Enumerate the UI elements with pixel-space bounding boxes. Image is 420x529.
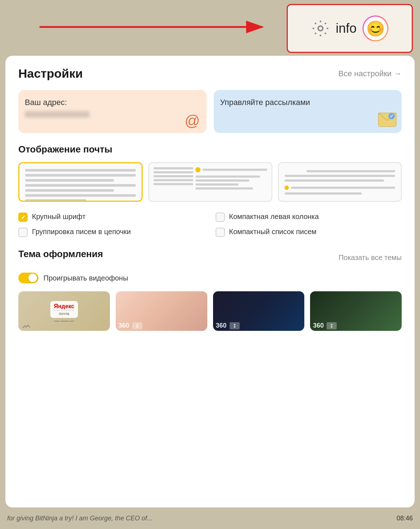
checkbox-compact-left[interactable]: Компактная левая колонка — [216, 212, 402, 222]
checkbox-label-2: Группировка писем в цепочки — [32, 227, 131, 237]
checkbox-label-4: Компактный список писем — [229, 227, 317, 237]
address-card[interactable]: Ваш адрес: @ — [18, 90, 207, 133]
mail-icon: ✓ — [378, 113, 397, 130]
layout-line — [153, 175, 193, 177]
video-toggle-row: Проигрывать видеофоны — [18, 273, 402, 283]
layout-line — [25, 199, 86, 202]
checkbox-large-font[interactable]: ✓ Крупный шрифт — [18, 212, 205, 222]
theme-badge-3: 360 — [213, 320, 305, 331]
checkbox-box-2[interactable] — [18, 228, 28, 237]
info-label: info — [336, 21, 356, 36]
layout-line — [153, 183, 193, 185]
show-all-themes-link[interactable]: Показать все темы — [338, 254, 402, 262]
accent-dot — [285, 186, 289, 190]
all-settings-link[interactable]: Все настройки → — [338, 69, 402, 78]
panel-title: Настройки — [18, 67, 83, 81]
toggle-knob — [28, 274, 37, 282]
themes-row: Яндекс почта 360 — [18, 291, 402, 331]
layout-line — [291, 187, 395, 189]
layout-option-3[interactable] — [278, 162, 402, 202]
bottom-text: for giving BitNinja a try! I am George, … — [7, 515, 152, 522]
layout-line — [203, 169, 267, 171]
theme-section-title: Тема оформления — [18, 248, 103, 260]
layout-line — [153, 171, 193, 173]
theme-badge-2: 360 — [116, 320, 207, 331]
checkbox-compact-list[interactable]: Компактный список писем — [216, 227, 402, 237]
address-card-title: Ваш адрес: — [25, 97, 200, 108]
theme-header: Тема оформления Показать все темы — [18, 248, 402, 267]
red-arrow — [36, 20, 273, 34]
checkbox-label-1: Крупный шрифт — [32, 212, 86, 222]
yandex-logo-sub: почта — [54, 310, 74, 316]
display-section-title: Отображение почты — [18, 144, 402, 155]
avatar[interactable]: 😊 — [363, 15, 388, 41]
layout-line — [25, 179, 114, 182]
theme-360-dark[interactable]: 360 — [213, 291, 305, 331]
accent-dot — [195, 167, 200, 172]
mailing-card[interactable]: Управляйте рассылками ✓ — [214, 90, 402, 133]
film-icon — [132, 322, 142, 329]
layout-line — [153, 167, 193, 169]
layout-line — [195, 175, 260, 178]
layout-line — [25, 169, 136, 172]
cards-row: Ваш адрес: @ Управляйте рассылками ✓ — [18, 90, 402, 133]
svg-text:✓: ✓ — [389, 113, 394, 119]
layout-line — [306, 170, 395, 172]
layout-line — [153, 179, 193, 181]
svg-point-2 — [318, 26, 323, 31]
top-bar: info 😊 — [0, 0, 420, 58]
address-blur — [25, 111, 89, 118]
bottom-bar: for giving BitNinja a try! I am George, … — [0, 507, 420, 529]
video-toggle-label: Проигрывать видеофоны — [43, 274, 128, 282]
theme-360-pink[interactable]: 360 — [116, 291, 207, 331]
mailing-card-title: Управляйте рассылками — [220, 97, 396, 108]
layout-line — [285, 175, 395, 177]
checkbox-label-3: Компактная левая колонка — [229, 212, 319, 222]
layout-line — [25, 189, 114, 192]
layout-line — [195, 183, 239, 186]
film-icon — [230, 322, 240, 329]
gear-icon[interactable] — [311, 19, 330, 38]
layout-line — [285, 179, 384, 182]
layout-line — [25, 194, 136, 197]
film-icon — [327, 322, 337, 329]
check-mark: ✓ — [21, 214, 26, 221]
layout-line — [195, 179, 249, 182]
layout-line — [25, 174, 136, 177]
layout-option-2[interactable] — [148, 162, 272, 202]
layout-line — [195, 187, 253, 190]
video-toggle[interactable] — [18, 273, 38, 283]
theme-360-green[interactable]: 360 — [310, 291, 402, 331]
at-icon: @ — [185, 112, 200, 129]
layout-line — [285, 192, 362, 195]
info-box[interactable]: info 😊 — [287, 4, 413, 53]
checkbox-box-1[interactable]: ✓ — [18, 213, 28, 222]
yandex-logo-text: Яндекс — [54, 303, 74, 310]
theme-badge-4: 360 — [310, 320, 402, 331]
settings-panel: Настройки Все настройки → Ваш адрес: @ У… — [5, 56, 415, 507]
layout-line — [25, 184, 136, 187]
layout-options — [18, 162, 402, 202]
checkbox-box-4[interactable] — [216, 228, 225, 237]
bottom-time: 08:46 — [397, 515, 413, 522]
checkboxes-grid: ✓ Крупный шрифт Компактная левая колонка… — [18, 212, 402, 237]
theme-yandex[interactable]: Яндекс почта — [18, 291, 110, 331]
checkbox-box-3[interactable] — [216, 213, 225, 222]
layout-option-1[interactable] — [18, 162, 143, 202]
panel-header: Настройки Все настройки → — [18, 67, 402, 81]
checkbox-group-threads[interactable]: Группировка писем в цепочки — [18, 227, 205, 237]
